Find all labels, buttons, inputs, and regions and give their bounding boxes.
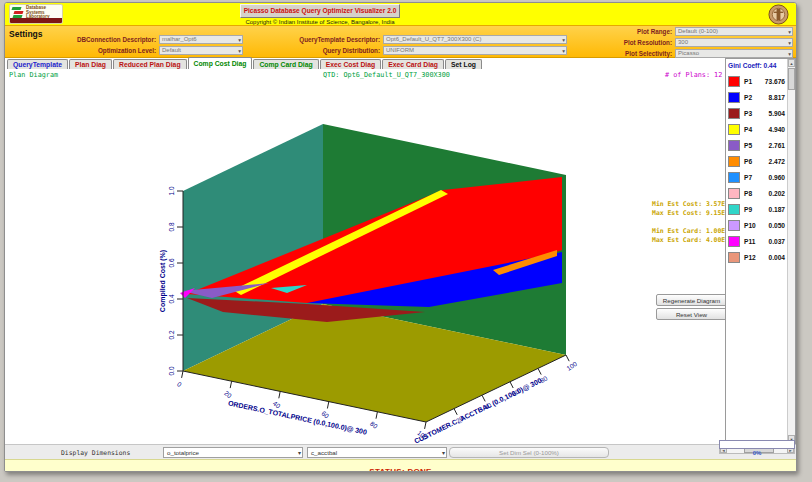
- legend-swatch-P5: [728, 140, 740, 151]
- legend-scrollbar-thumb[interactable]: [788, 68, 795, 90]
- query-template-descriptor-row: QueryTemplate Descriptor:Opt6_Default_U_…: [251, 35, 567, 44]
- scroll-up-icon[interactable]: ▲: [788, 59, 795, 67]
- progress-value: 0%: [753, 450, 762, 456]
- db-connection-descriptor-select[interactable]: malhar_Opt6▾: [159, 35, 243, 44]
- app-title: Picasso Database Query Optimizer Visuali…: [240, 4, 400, 18]
- y-axis-label: Compiled Cost (%): [159, 250, 167, 312]
- y-tick-label: 0.2: [168, 330, 175, 339]
- x-tick-label: 0: [176, 380, 183, 388]
- est-stat-line: Max Est Cost: 9.15E4: [605, 209, 729, 218]
- legend-entry-P11: P110.037: [728, 234, 795, 248]
- dimension-1-value: o_totalprice: [167, 449, 199, 456]
- optimization-level-label: Optimization Level:: [7, 47, 159, 54]
- chevron-down-icon: ▾: [788, 50, 791, 58]
- app-header: Database Systems Laboratory Picasso Data…: [5, 3, 796, 25]
- optimization-level-row: Optimization Level:Default▾: [7, 46, 243, 55]
- legend-plan-label: P7: [744, 174, 759, 181]
- query-distribution-select[interactable]: UNIFORM▾: [383, 46, 567, 55]
- desktop-background: { "header": { "logo_lines": ["Database",…: [0, 0, 812, 482]
- chevron-down-icon: ▾: [788, 28, 791, 36]
- set-dim-sel-button[interactable]: Set Dim Sel (0-100%): [449, 447, 609, 458]
- cost-diagram-3d[interactable]: 0.00.20.40.60.81.0Compiled Cost (%)02040…: [5, 68, 729, 446]
- legend-plan-label: P2: [744, 94, 759, 101]
- plot-resolution-row: Plot Resolution:300▾: [573, 38, 793, 47]
- x-tick: [182, 371, 183, 378]
- reset-view-button[interactable]: Reset View: [656, 308, 727, 320]
- plot-resolution-select[interactable]: 300▾: [675, 38, 793, 47]
- legend-plan-label: P1: [744, 78, 759, 85]
- legend-swatch-P1: [728, 76, 740, 87]
- plot-resolution-label: Plot Resolution:: [573, 39, 675, 46]
- y-tick-label: 0.4: [168, 294, 175, 303]
- bottom-controls: Display Dimensions o_totalprice ▾ c_acct…: [5, 444, 796, 459]
- legend-entry-P9: P90.187: [728, 202, 795, 216]
- legend-swatch-P9: [728, 204, 740, 215]
- chevron-down-icon: ▾: [442, 449, 445, 458]
- z-tick: [510, 382, 513, 388]
- query-distribution-value: UNIFORM: [386, 47, 414, 53]
- legend-swatch-P7: [728, 172, 740, 183]
- plot-range-select[interactable]: Default (0-100)▾: [675, 27, 793, 36]
- settings-bar: Settings DBConnection Descriptor:malhar_…: [5, 25, 796, 58]
- legend-plan-label: P11: [744, 238, 759, 245]
- x-tick-label: 20: [223, 389, 233, 399]
- query-template-descriptor-value: Opt6_Default_U_QT7_300X300 (C): [386, 36, 481, 42]
- legend-entry-P3: P35.904: [728, 106, 795, 120]
- legend-entry-P7: P70.960: [728, 170, 795, 184]
- legend-swatch-P4: [728, 124, 740, 135]
- regenerate-diagram-button[interactable]: Regenerate Diagram: [656, 294, 727, 306]
- legend-panel: Gini Coeff: 0.44 P173.676P28.817P35.904P…: [725, 58, 796, 444]
- z-tick: [566, 355, 569, 361]
- legend-plan-label: P12: [744, 254, 759, 261]
- settings-column-3: Plot Range:Default (0-100)▾Plot Resoluti…: [573, 27, 793, 60]
- optimization-level-select[interactable]: Default▾: [159, 46, 243, 55]
- y-tick-label: 1.0: [168, 186, 175, 195]
- plot-selectivity-value: Picasso: [678, 50, 699, 56]
- dimension-2-value: c_acctbal: [311, 449, 337, 456]
- dimension-1-select[interactable]: o_totalprice ▾: [163, 447, 303, 458]
- legend-plan-label: P6: [744, 158, 759, 165]
- legend-plan-label: P10: [744, 222, 759, 229]
- est-stat-line: Min Est Card: 1.00E0: [605, 227, 729, 236]
- legend-entry-P5: P52.761: [728, 138, 795, 152]
- app-window: Database Systems Laboratory Picasso Data…: [4, 2, 797, 472]
- query-template-descriptor-select[interactable]: Opt6_Default_U_QT7_300X300 (C)▾: [383, 35, 567, 44]
- legend-entry-P6: P62.472: [728, 154, 795, 168]
- dsl-logo-bars-icon: [12, 7, 24, 18]
- plot-range-row: Plot Range:Default (0-100)▾: [573, 27, 793, 36]
- plot-selectivity-select[interactable]: Picasso▾: [675, 49, 793, 58]
- x-tick: [279, 391, 280, 398]
- plot-range-label: Plot Range:: [573, 28, 675, 35]
- z-tick: [454, 409, 457, 415]
- display-dimensions-label: Display Dimensions: [61, 449, 130, 457]
- legend-entry-P8: P80.202: [728, 186, 795, 200]
- legend-swatch-P10: [728, 220, 740, 231]
- legend-plan-label: P8: [744, 190, 759, 197]
- optimization-level-value: Default: [162, 47, 181, 53]
- query-template-descriptor-label: QueryTemplate Descriptor:: [251, 36, 383, 43]
- chevron-down-icon: ▾: [298, 449, 301, 458]
- dimension-2-select[interactable]: c_acctbal ▾: [307, 447, 447, 458]
- x-tick: [376, 412, 377, 419]
- plot-selectivity-label: Plot Selectivity:: [573, 50, 675, 57]
- legend-swatch-P6: [728, 156, 740, 167]
- dsl-logo-band: [10, 18, 62, 23]
- status-text: STATUS: DONE: [369, 467, 431, 472]
- legend-plan-label: P4: [744, 126, 759, 133]
- query-distribution-row: Query Distribution:UNIFORM▾: [251, 46, 567, 55]
- iisc-logo: [768, 4, 789, 25]
- plot-resolution-value: 300: [678, 39, 688, 45]
- legend-entry-P2: P28.817: [728, 90, 795, 104]
- db-connection-descriptor-label: DBConnection Descriptor:: [7, 36, 159, 43]
- chevron-down-icon: ▾: [562, 47, 565, 55]
- legend-entry-P1: P173.676: [728, 74, 795, 88]
- chevron-down-icon: ▾: [238, 47, 241, 55]
- x-tick-label: 80: [369, 420, 379, 430]
- status-bar: STATUS: DONE: [5, 459, 796, 472]
- query-distribution-label: Query Distribution:: [251, 47, 383, 54]
- legend-scrollbar[interactable]: ▲ ▼: [787, 59, 795, 443]
- x-tick: [230, 381, 231, 388]
- legend-swatch-P8: [728, 188, 740, 199]
- est-stat-line: Max Est Card: 4.00E1: [605, 236, 729, 245]
- legend-swatch-P2: [728, 92, 740, 103]
